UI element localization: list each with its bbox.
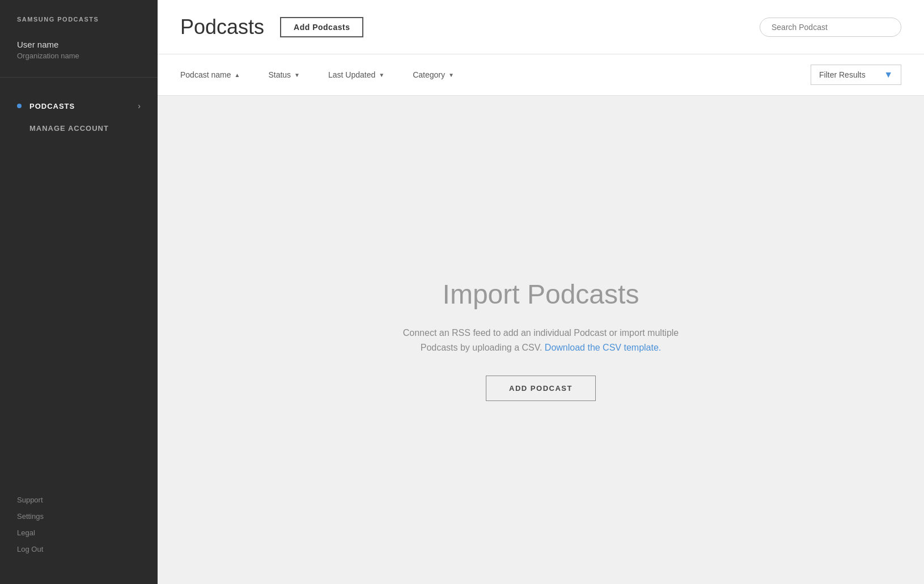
filter-col-podcast-name-label: Podcast name (180, 70, 231, 79)
sidebar-orgname: Organization name (17, 52, 141, 60)
sidebar-user: User name Organization name (0, 34, 158, 77)
sort-desc-icon-updated: ▼ (379, 72, 384, 78)
footer-link-logout[interactable]: Log Out (17, 545, 141, 553)
filter-col-podcast-name[interactable]: Podcast name ▲ (180, 70, 240, 79)
footer-link-settings[interactable]: Settings (17, 512, 141, 521)
sort-desc-icon-category: ▼ (448, 72, 454, 78)
sidebar-item-label-manage-account: MANAGE ACCOUNT (29, 124, 109, 133)
filter-col-last-updated-label: Last Updated (328, 70, 375, 79)
dropdown-arrow-icon: ▼ (884, 70, 893, 80)
import-description: Connect an RSS feed to add an individual… (393, 326, 688, 355)
nav-dot-icon (17, 104, 22, 108)
footer-link-legal[interactable]: Legal (17, 528, 141, 537)
header: Podcasts Add Podcasts (158, 0, 924, 54)
filter-bar: Podcast name ▲ Status ▼ Last Updated ▼ C… (158, 54, 924, 96)
sort-asc-icon: ▲ (235, 72, 240, 78)
filter-col-last-updated[interactable]: Last Updated ▼ (328, 70, 384, 79)
sidebar-nav: PODCASTS › MANAGE ACCOUNT (0, 78, 158, 484)
filter-results-dropdown[interactable]: Filter Results ▼ (811, 65, 901, 85)
filter-col-category-label: Category (413, 70, 445, 79)
sidebar-item-manage-account[interactable]: MANAGE ACCOUNT (0, 117, 158, 139)
filter-col-status[interactable]: Status ▼ (268, 70, 300, 79)
import-title: Import Podcasts (443, 279, 639, 310)
sidebar-item-label-podcasts: PODCASTS (29, 102, 75, 110)
add-podcast-button[interactable]: ADD PODCAST (486, 376, 596, 401)
add-podcasts-button[interactable]: Add Podcasts (280, 17, 363, 37)
main-content: Podcasts Add Podcasts Podcast name ▲ Sta… (158, 0, 924, 584)
content-area: Import Podcasts Connect an RSS feed to a… (158, 96, 924, 584)
filter-col-category[interactable]: Category ▼ (413, 70, 454, 79)
csv-download-link[interactable]: Download the CSV template. (545, 343, 661, 352)
sidebar-item-podcasts[interactable]: PODCASTS › (0, 95, 158, 117)
chevron-right-icon: › (138, 101, 141, 110)
search-input[interactable] (760, 18, 901, 37)
page-title: Podcasts (180, 15, 264, 39)
sidebar-footer: Support Settings Legal Log Out (0, 484, 158, 584)
sort-desc-icon-status: ▼ (294, 72, 300, 78)
footer-link-support[interactable]: Support (17, 496, 141, 504)
sidebar-username: User name (17, 40, 141, 49)
sidebar-brand: SAMSUNG PODCASTS (0, 0, 158, 34)
sidebar: SAMSUNG PODCASTS User name Organization … (0, 0, 158, 584)
filter-results-label: Filter Results (819, 70, 879, 79)
filter-col-status-label: Status (268, 70, 291, 79)
